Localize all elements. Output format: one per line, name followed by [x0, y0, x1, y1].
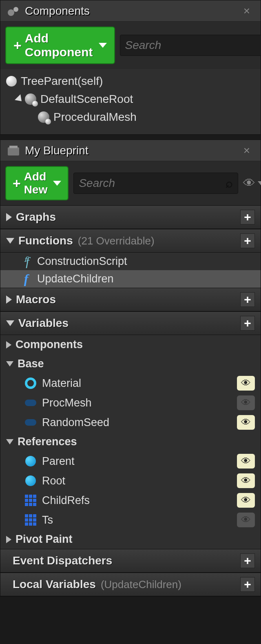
svg-rect-2 — [8, 147, 19, 155]
var-childrefs[interactable]: ChildRefs 👁 — [0, 491, 261, 510]
tree-root-label: DefaultSceneRoot — [40, 93, 133, 106]
scene-component-icon — [25, 93, 36, 105]
vargroup-base-label: Base — [18, 358, 44, 370]
functions-overridable-count: (21 Overridable) — [78, 235, 155, 247]
visibility-toggle[interactable]: 👁 — [237, 376, 255, 391]
eye-icon: 👁 — [243, 176, 255, 190]
visibility-toggle[interactable]: 👁 — [237, 473, 255, 488]
expand-icon[interactable] — [15, 94, 24, 104]
components-tree: TreeParent(self) DefaultSceneRoot Proced… — [0, 69, 261, 134]
svg-point-0 — [8, 9, 14, 16]
array-icon — [24, 513, 37, 526]
section-local-variables[interactable]: Local Variables (UpdateChildren) + — [0, 573, 261, 596]
visibility-toggle[interactable]: 👁 — [237, 454, 255, 469]
add-local-var-button[interactable]: + — [240, 577, 255, 592]
add-component-label: Add Component — [25, 31, 93, 59]
components-search[interactable]: ⌕ — [120, 35, 261, 56]
blueprint-toolbar: + Add New ⌕ 👁 — [0, 161, 261, 205]
components-title: Components — [25, 4, 90, 18]
var-label: Root — [42, 475, 65, 487]
view-options-button[interactable]: 👁 — [243, 176, 261, 190]
visibility-toggle[interactable]: 👁 — [237, 513, 255, 527]
dropdown-caret-icon — [99, 43, 107, 48]
vargroup-components-label: Components — [15, 338, 83, 351]
blueprint-search[interactable]: ⌕ — [73, 173, 238, 194]
components-panel: Components × + Add Component ⌕ TreeParen… — [0, 0, 261, 135]
search-input[interactable] — [125, 39, 261, 52]
var-root[interactable]: Root 👁 — [0, 471, 261, 491]
section-graphs[interactable]: Graphs + — [0, 205, 261, 229]
add-component-button[interactable]: + Add Component — [5, 27, 115, 64]
var-label: Parent — [42, 455, 75, 468]
object-ref-icon — [24, 455, 37, 468]
vargroup-references[interactable]: References — [0, 432, 261, 451]
function-update-children[interactable]: f UpdateChildren — [0, 270, 261, 288]
material-icon — [24, 377, 37, 390]
components-tab[interactable]: Components × — [0, 0, 261, 22]
expand-icon[interactable] — [6, 295, 12, 304]
var-procmesh[interactable]: ProcMesh 👁 — [0, 393, 261, 413]
section-functions[interactable]: Functions (21 Overridable) + — [0, 229, 261, 253]
tree-root-row[interactable]: DefaultSceneRoot — [0, 90, 261, 108]
var-parent[interactable]: Parent 👁 — [0, 451, 261, 471]
expand-icon[interactable] — [6, 536, 11, 543]
close-icon[interactable]: × — [243, 144, 254, 157]
vargroup-components[interactable]: Components — [0, 335, 261, 354]
add-new-button[interactable]: + Add New — [5, 166, 69, 200]
expand-icon[interactable] — [6, 439, 13, 444]
function-label: UpdateChildren — [37, 273, 114, 285]
vargroup-pivot-paint-label: Pivot Paint — [15, 533, 73, 546]
svg-point-1 — [13, 7, 18, 12]
visibility-toggle[interactable]: 👁 — [237, 395, 255, 410]
svg-rect-3 — [9, 146, 18, 148]
vargroup-pivot-paint[interactable]: Pivot Paint — [0, 530, 261, 549]
actor-icon — [6, 76, 17, 87]
var-ts[interactable]: Ts 👁 — [0, 510, 261, 530]
var-label: RandomSeed — [42, 416, 109, 429]
object-ref-icon — [24, 474, 37, 487]
blueprint-panel: My Blueprint × + Add New ⌕ 👁 Graphs + Fu… — [0, 140, 261, 597]
object-icon — [24, 416, 37, 429]
add-graph-button[interactable]: + — [240, 210, 255, 224]
search-icon: ⌕ — [226, 176, 233, 190]
blueprint-icon — [7, 144, 20, 157]
var-randomseed[interactable]: RandomSeed 👁 — [0, 413, 261, 432]
var-label: ProcMesh — [42, 397, 92, 409]
close-icon[interactable]: × — [243, 4, 254, 18]
visibility-toggle[interactable]: 👁 — [237, 415, 255, 430]
section-variables[interactable]: Variables + — [0, 311, 261, 335]
components-toolbar: + Add Component ⌕ — [0, 22, 261, 69]
expand-icon[interactable] — [6, 213, 12, 221]
expand-icon[interactable] — [6, 320, 14, 326]
section-macros-label: Macros — [16, 293, 56, 306]
tree-child-row[interactable]: ProceduralMesh — [0, 108, 261, 126]
section-event-dispatchers[interactable]: Event Dispatchers + — [0, 549, 261, 573]
function-construction-script[interactable]: ᶠf ConstructionScript — [0, 253, 261, 270]
section-variables-label: Variables — [18, 317, 69, 330]
dropdown-caret-icon — [53, 181, 61, 186]
dropdown-caret-icon — [258, 181, 261, 185]
expand-icon[interactable] — [6, 341, 11, 349]
add-new-label: Add New — [24, 170, 48, 196]
add-variable-button[interactable]: + — [240, 316, 255, 331]
section-functions-label: Functions — [18, 234, 73, 247]
visibility-toggle[interactable]: 👁 — [237, 493, 255, 508]
array-icon — [24, 494, 37, 507]
tree-self-row[interactable]: TreeParent(self) — [0, 72, 261, 90]
add-macro-button[interactable]: + — [240, 292, 255, 307]
blueprint-tab[interactable]: My Blueprint × — [0, 140, 261, 161]
add-dispatcher-button[interactable]: + — [240, 553, 255, 568]
scene-component-icon — [38, 111, 49, 123]
object-icon — [24, 396, 37, 409]
plus-icon: + — [13, 38, 22, 53]
var-label: Ts — [42, 514, 53, 526]
tree-self-label: TreeParent(self) — [21, 75, 103, 88]
function-label: ConstructionScript — [37, 255, 127, 268]
vargroup-base[interactable]: Base — [0, 354, 261, 373]
add-function-button[interactable]: + — [240, 233, 255, 248]
expand-icon[interactable] — [6, 238, 14, 244]
var-material[interactable]: Material 👁 — [0, 373, 261, 393]
section-macros[interactable]: Macros + — [0, 288, 261, 311]
search-input[interactable] — [79, 177, 226, 190]
expand-icon[interactable] — [6, 361, 13, 366]
